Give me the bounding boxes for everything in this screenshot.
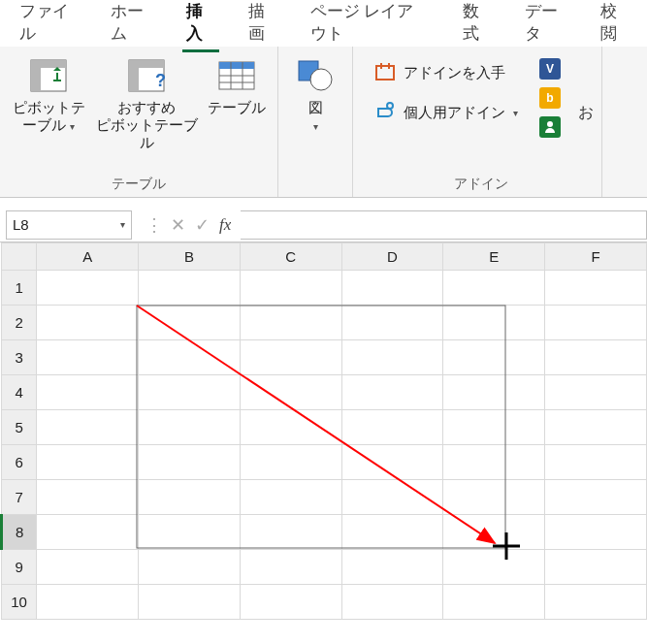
row-header[interactable]: 6 [2,445,37,480]
get-addins-label: アドインを入手 [404,64,505,82]
tab-page-layout[interactable]: ページ レイアウト [297,0,443,56]
svg-rect-5 [129,60,139,91]
store-icon [374,61,396,85]
pivot-table-icon [29,56,68,95]
cancel-icon[interactable]: ✕ [171,214,185,236]
col-header-c[interactable]: C [240,243,341,271]
addins-icon [374,101,396,125]
illustrations-label: 図 [308,100,323,115]
svg-point-18 [387,103,393,109]
pivot-table-button[interactable]: ピボットテーブル ▾ [10,52,87,138]
chevron-down-icon: ▾ [70,121,75,132]
col-header-b[interactable]: B [139,243,241,271]
truncated-button[interactable]: お [572,103,594,123]
table-label: テーブル [208,99,266,116]
svg-rect-8 [219,62,254,69]
group-illustrations: 図▾ [278,47,353,197]
tab-review[interactable]: 校閲 [587,0,643,56]
svg-point-19 [547,121,553,127]
formula-bar: L8 ▾ ⋮ ✕ ✓ fx [0,208,647,242]
select-all-corner[interactable] [2,243,37,271]
tab-file[interactable]: ファイル [6,0,91,56]
chevron-down-icon: ▾ [313,121,318,132]
tab-data[interactable]: データ [511,0,582,56]
row-header[interactable]: 8 [2,515,37,550]
more-icon[interactable]: ⋮ [146,214,161,236]
addin-shortcuts: V b [530,52,566,138]
my-addins-label: 個人用アドイン [404,104,505,122]
recommended-pivot-button[interactable]: ? おすすめ ピボットテーブル [93,52,200,155]
get-addins-button[interactable]: アドインを入手 [369,58,524,88]
enter-icon[interactable]: ✓ [195,214,210,236]
recommended-pivot-icon: ? [127,56,166,95]
recommended-pivot-label-1: おすすめ [117,100,176,115]
ribbon: ピボットテーブル ▾ ? おすすめ ピボットテーブル [0,47,647,198]
illustrations-button[interactable]: 図▾ [292,52,339,138]
chevron-down-icon: ▾ [513,108,518,118]
fx-icon[interactable]: fx [219,215,231,235]
row-header[interactable]: 4 [2,375,37,410]
formula-input[interactable] [241,210,647,240]
table-button[interactable]: テーブル [206,52,268,120]
name-box[interactable]: L8 ▾ [6,210,132,240]
bing-addin-icon[interactable]: b [539,87,561,109]
svg-point-14 [310,69,332,90]
svg-text:?: ? [155,71,165,90]
svg-rect-2 [31,60,41,91]
group-addins: アドインを入手 個人用アドイン ▾ V b お アドイン [353,47,602,197]
ribbon-tabs: ファイル ホーム 挿入 描画 ページ レイアウト 数式 データ 校閲 [0,0,647,47]
row-header[interactable]: 10 [2,585,37,620]
chevron-down-icon: ▾ [120,219,125,230]
col-header-e[interactable]: E [443,243,545,271]
tab-home[interactable]: ホーム [97,0,168,56]
row-header[interactable]: 1 [2,271,37,306]
visio-addin-icon[interactable]: V [539,58,561,80]
people-addin-icon[interactable] [539,116,561,138]
col-header-f[interactable]: F [545,243,647,271]
name-box-value: L8 [13,216,29,233]
svg-rect-15 [376,66,394,80]
tab-insert[interactable]: 挿入 [173,0,229,56]
recommended-pivot-label-2: ピボットテーブル [96,117,198,150]
row-header[interactable]: 5 [2,410,37,445]
col-header-a[interactable]: A [37,243,139,271]
shapes-icon [296,56,335,95]
worksheet-grid[interactable]: A B C D E F 1 2 3 4 5 6 7 8 9 10 [0,242,647,620]
row-header[interactable]: 2 [2,306,37,340]
group-addins-label: アドイン [454,174,508,195]
col-header-d[interactable]: D [341,243,443,271]
group-tables-label: テーブル [112,174,166,195]
row-header[interactable]: 3 [2,340,37,375]
my-addins-button[interactable]: 個人用アドイン ▾ [369,98,524,128]
tab-formulas[interactable]: 数式 [449,0,505,56]
group-tables: ピボットテーブル ▾ ? おすすめ ピボットテーブル [0,47,278,197]
row-header[interactable]: 9 [2,550,37,585]
row-header[interactable]: 7 [2,480,37,515]
table-icon [217,56,256,95]
tab-draw[interactable]: 描画 [235,0,291,56]
